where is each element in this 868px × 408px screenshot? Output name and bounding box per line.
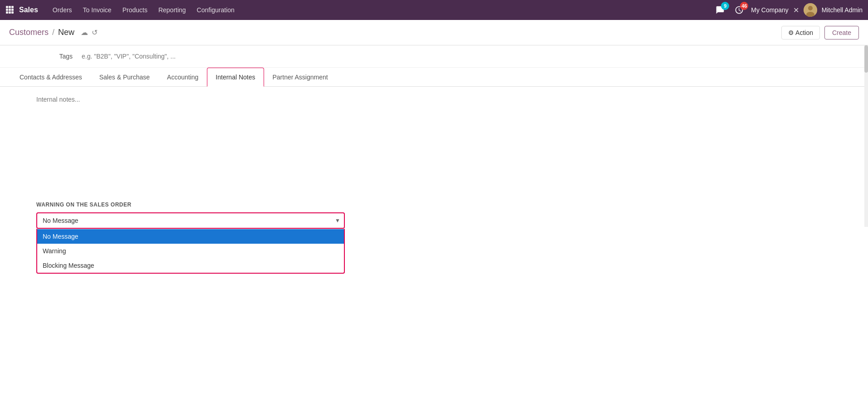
tab-contacts-addresses[interactable]: Contacts & Addresses	[11, 68, 91, 87]
tags-row: Tags	[0, 45, 868, 68]
nav-configuration[interactable]: Configuration	[192, 5, 239, 15]
scrollbar-thumb[interactable]	[864, 45, 868, 73]
dropdown-item-blocking[interactable]: Blocking Message	[37, 258, 344, 273]
app-title[interactable]: Sales	[19, 6, 38, 14]
breadcrumb-current: New	[58, 28, 74, 37]
wrench-icon[interactable]: ✕	[793, 6, 799, 15]
svg-rect-5	[11, 9, 14, 11]
create-button[interactable]: Create	[824, 26, 859, 39]
chat-button[interactable]: 9	[713, 3, 727, 17]
tab-accounting[interactable]: Accounting	[158, 68, 207, 87]
dropdown-item-warning[interactable]: Warning	[37, 244, 344, 258]
tab-content-internal-notes: WARNING ON THE SALES ORDER No Message Wa…	[0, 87, 868, 268]
nav-orders[interactable]: Orders	[48, 5, 77, 15]
select-wrapper: No Message Warning Blocking Message ▼ No…	[36, 212, 345, 229]
avatar[interactable]	[804, 3, 817, 17]
nav-to-invoice[interactable]: To Invoice	[78, 5, 116, 15]
scrollbar-track[interactable]	[864, 45, 868, 227]
tags-label: Tags	[36, 53, 73, 60]
svg-point-10	[808, 6, 813, 10]
cloud-icon[interactable]: ☁	[81, 28, 88, 37]
clock-button[interactable]: 46	[732, 3, 746, 17]
warning-select[interactable]: No Message Warning Blocking Message	[36, 212, 345, 229]
breadcrumb-parent[interactable]: Customers	[9, 28, 49, 37]
svg-rect-2	[11, 6, 14, 8]
warning-section: WARNING ON THE SALES ORDER No Message Wa…	[36, 202, 832, 229]
svg-rect-6	[6, 11, 8, 14]
user-name[interactable]: Mitchell Admin	[822, 6, 863, 14]
tags-input[interactable]	[82, 53, 832, 60]
tabs-container: Contacts & Addresses Sales & Purchase Ac…	[0, 68, 868, 87]
undo-icon[interactable]: ↺	[92, 28, 98, 37]
grid-icon[interactable]	[5, 5, 14, 15]
dropdown-list: No Message Warning Blocking Message	[36, 229, 345, 274]
dropdown-item-no-message[interactable]: No Message	[37, 229, 344, 244]
tab-partner-assignment[interactable]: Partner Assignment	[264, 68, 337, 87]
tab-internal-notes[interactable]: Internal Notes	[207, 68, 264, 87]
company-name[interactable]: My Company	[751, 6, 788, 14]
breadcrumb-bar: Customers / New ☁ ↺ ⚙ Action Create	[0, 20, 868, 45]
svg-rect-7	[9, 11, 11, 14]
internal-notes-textarea[interactable]	[36, 96, 832, 187]
clock-badge: 46	[740, 2, 748, 10]
main-content: Tags Contacts & Addresses Sales & Purcha…	[0, 45, 868, 408]
svg-rect-8	[11, 11, 14, 14]
header-actions: ⚙ Action Create	[781, 26, 859, 39]
svg-rect-0	[6, 6, 8, 8]
nav-reporting[interactable]: Reporting	[154, 5, 191, 15]
action-button[interactable]: ⚙ Action	[781, 26, 820, 39]
warning-label: WARNING ON THE SALES ORDER	[36, 202, 832, 208]
svg-rect-4	[9, 9, 11, 11]
svg-rect-3	[6, 9, 8, 11]
chat-badge: 9	[721, 2, 729, 10]
svg-rect-1	[9, 6, 11, 8]
tab-sales-purchase[interactable]: Sales & Purchase	[91, 68, 158, 87]
top-nav: Sales Orders To Invoice Products Reporti…	[0, 0, 868, 20]
nav-products[interactable]: Products	[118, 5, 152, 15]
breadcrumb-separator: /	[52, 28, 54, 37]
